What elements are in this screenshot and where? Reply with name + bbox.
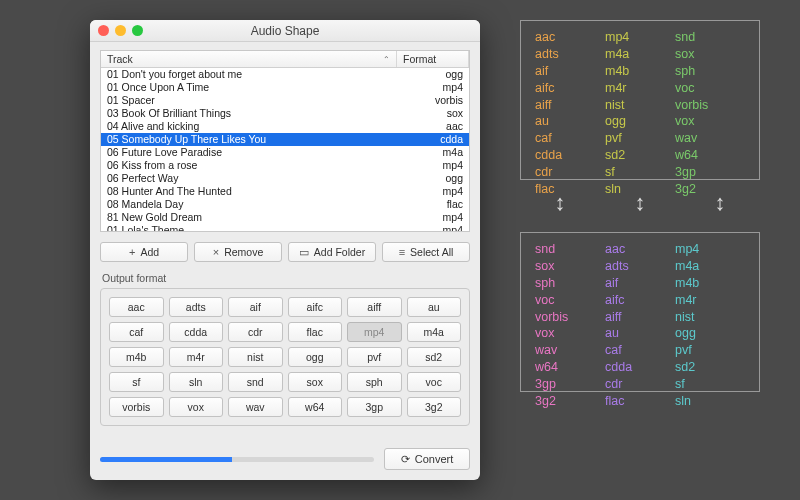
list-toolbar: + Add × Remove ▭ Add Folder ≡ Select All [100,242,470,262]
panel-token: aif [535,63,605,80]
format-option-cdr[interactable]: cdr [228,322,283,342]
output-format-label: Output format [102,272,470,284]
format-cell: mp4 [397,185,469,198]
format-option-vox[interactable]: vox [169,397,224,417]
remove-button[interactable]: × Remove [194,242,282,262]
panel-token: vox [675,113,745,130]
format-grid: aacadtsaifaifcaiffaucafcddacdrflacmp4m4a… [109,297,461,417]
format-option-3g2[interactable]: 3g2 [407,397,462,417]
column-track[interactable]: Track ⌃ [101,51,397,67]
panel-token: cdr [605,376,675,393]
table-row[interactable]: 04 Alive and kickingaac [101,120,469,133]
format-option-au[interactable]: au [407,297,462,317]
format-cell: ogg [397,68,469,81]
format-option-voc[interactable]: voc [407,372,462,392]
panel-token: sf [605,164,675,181]
table-row[interactable]: 01 Lola's Thememp4 [101,224,469,231]
format-option-mp4[interactable]: mp4 [347,322,402,342]
format-option-aiff[interactable]: aiff [347,297,402,317]
panel-token: aifc [535,80,605,97]
track-cell: 08 Hunter And The Hunted [101,185,397,198]
select-all-button[interactable]: ≡ Select All [382,242,470,262]
format-option-w64[interactable]: w64 [288,397,343,417]
format-option-m4b[interactable]: m4b [109,347,164,367]
format-option-sf[interactable]: sf [109,372,164,392]
format-option-cdda[interactable]: cdda [169,322,224,342]
add-label: Add [140,246,159,258]
panel-token: adts [605,258,675,275]
table-row[interactable]: 08 Hunter And The Huntedmp4 [101,185,469,198]
format-option-m4a[interactable]: m4a [407,322,462,342]
titlebar[interactable]: Audio Shape [90,20,480,42]
panel-token: au [605,325,675,342]
table-row[interactable]: 01 Don't you forget about meogg [101,68,469,81]
table-row[interactable]: 81 New Gold Dreammp4 [101,211,469,224]
add-button[interactable]: + Add [100,242,188,262]
format-option-ogg[interactable]: ogg [288,347,343,367]
panel-token: wav [535,342,605,359]
format-option-3gp[interactable]: 3gp [347,397,402,417]
format-option-sln[interactable]: sln [169,372,224,392]
format-option-wav[interactable]: wav [228,397,283,417]
track-cell: 03 Book Of Brilliant Things [101,107,397,120]
format-option-sox[interactable]: sox [288,372,343,392]
table-row[interactable]: 03 Book Of Brilliant Thingssox [101,107,469,120]
format-option-caf[interactable]: caf [109,322,164,342]
panel-token: flac [605,393,675,410]
format-option-pvf[interactable]: pvf [347,347,402,367]
track-cell: 01 Lola's Theme [101,224,397,231]
format-option-aac[interactable]: aac [109,297,164,317]
format-cell: flac [397,198,469,211]
panel-token: sd2 [605,147,675,164]
format-option-sd2[interactable]: sd2 [407,347,462,367]
output-format-box: aacadtsaifaifcaiffaucafcddacdrflacmp4m4a… [100,288,470,426]
panel-token: mp4 [675,241,745,258]
table-body[interactable]: 01 Don't you forget about meogg01 Once U… [101,68,469,231]
format-option-aifc[interactable]: aifc [288,297,343,317]
table-header[interactable]: Track ⌃ Format [101,51,469,68]
table-row[interactable]: 06 Future Love Paradisem4a [101,146,469,159]
track-table[interactable]: Track ⌃ Format 01 Don't you forget about… [100,50,470,232]
panel-token: wav [675,130,745,147]
column-format[interactable]: Format [397,51,469,67]
table-row[interactable]: 08 Mandela Dayflac [101,198,469,211]
format-cell: ogg [397,172,469,185]
table-row[interactable]: 05 Somebody Up There Likes Youcdda [101,133,469,146]
table-row[interactable]: 01 Spacervorbis [101,94,469,107]
list-icon: ≡ [399,246,405,258]
track-cell: 04 Alive and kicking [101,120,397,133]
format-option-flac[interactable]: flac [288,322,343,342]
sort-ascending-icon: ⌃ [383,55,390,64]
format-option-m4r[interactable]: m4r [169,347,224,367]
bottom-bar: ⟳ Convert [100,438,470,470]
panel-token: sph [675,63,745,80]
format-option-aif[interactable]: aif [228,297,283,317]
add-folder-button[interactable]: ▭ Add Folder [288,242,376,262]
table-row[interactable]: 06 Perfect Wayogg [101,172,469,185]
panel-token: caf [605,342,675,359]
format-cell: vorbis [397,94,469,107]
format-cell: mp4 [397,159,469,172]
panel-token: nist [675,309,745,326]
panel-token: m4b [675,275,745,292]
format-cell: aac [397,120,469,133]
x-icon: × [213,246,219,258]
format-panel-bottom: sndsoxsphvocvorbisvoxwavw643gp3g2aacadts… [520,232,760,392]
format-option-sph[interactable]: sph [347,372,402,392]
track-cell: 01 Once Upon A Time [101,81,397,94]
format-cell: sox [397,107,469,120]
panel-token: snd [675,29,745,46]
panel-token: aac [535,29,605,46]
table-row[interactable]: 06 Kiss from a rosemp4 [101,159,469,172]
format-option-nist[interactable]: nist [228,347,283,367]
table-row[interactable]: 01 Once Upon A Timemp4 [101,81,469,94]
folder-icon: ▭ [299,246,309,259]
convert-button[interactable]: ⟳ Convert [384,448,470,470]
format-option-snd[interactable]: snd [228,372,283,392]
panel-token: mp4 [605,29,675,46]
format-cell: mp4 [397,81,469,94]
panel-token: ogg [605,113,675,130]
format-option-vorbis[interactable]: vorbis [109,397,164,417]
format-option-adts[interactable]: adts [169,297,224,317]
panel-token: m4a [675,258,745,275]
